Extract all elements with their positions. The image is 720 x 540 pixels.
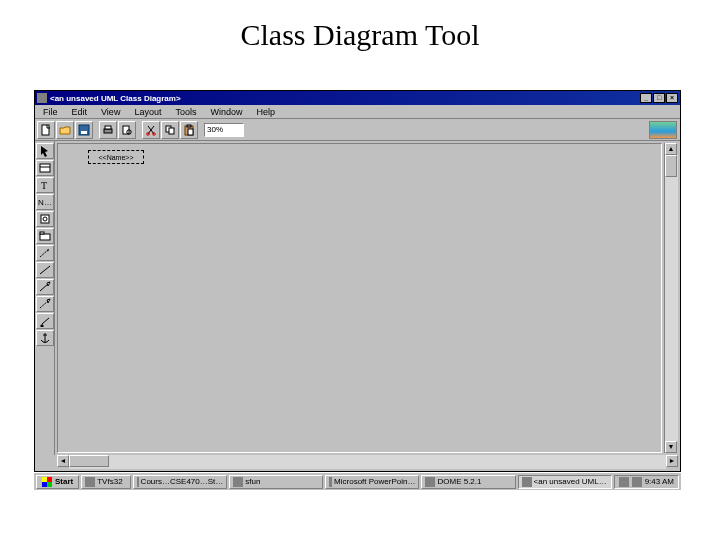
paste-button[interactable] [180, 121, 198, 139]
taskbar-item-4[interactable]: <an unsaved UML… [518, 475, 612, 489]
app-icon [37, 93, 47, 103]
svg-rect-14 [40, 164, 50, 172]
paste-icon [183, 124, 195, 136]
svg-rect-19 [40, 234, 50, 240]
menu-view[interactable]: View [95, 107, 126, 117]
svg-line-22 [40, 266, 50, 274]
menu-layout[interactable]: Layout [128, 107, 167, 117]
task-icon [137, 477, 138, 487]
task-label: sfun [245, 477, 260, 486]
vertical-scrollbar[interactable]: ▲ ▼ [664, 143, 678, 453]
toolbox: T N… [35, 141, 55, 455]
taskbar-item-0[interactable]: Cours…CSE470…St… [133, 475, 227, 489]
tool-anchor[interactable] [36, 330, 54, 346]
tool-note[interactable]: N… [36, 194, 54, 210]
realization-icon [39, 298, 51, 310]
task-label: Microsoft PowerPoin… [334, 477, 415, 486]
start-button[interactable]: Start [36, 475, 79, 489]
print-button[interactable] [99, 121, 117, 139]
diagram-canvas[interactable]: <<Name>> [57, 143, 662, 453]
svg-rect-4 [105, 126, 111, 129]
task-icon [233, 477, 243, 487]
zoom-combo[interactable]: 30% [204, 123, 244, 137]
cut-icon [145, 124, 157, 136]
tool-class[interactable] [36, 160, 54, 176]
menu-edit[interactable]: Edit [66, 107, 94, 117]
menu-window[interactable]: Window [204, 107, 248, 117]
title-bar[interactable]: <an unsaved UML Class Diagram> _ □ × [35, 91, 680, 105]
tool-pointer[interactable] [36, 143, 54, 159]
save-button[interactable] [75, 121, 93, 139]
quicklaunch-icon [85, 477, 95, 487]
tool-dependency[interactable] [36, 245, 54, 261]
copy-button[interactable] [161, 121, 179, 139]
uml-class-object[interactable]: <<Name>> [88, 150, 144, 164]
menu-tools[interactable]: Tools [169, 107, 202, 117]
vscroll-thumb[interactable] [665, 155, 677, 177]
tool-interface[interactable] [36, 211, 54, 227]
task-icon [522, 477, 532, 487]
svg-rect-13 [188, 129, 193, 135]
tool-association[interactable] [36, 262, 54, 278]
scroll-down-button[interactable]: ▼ [665, 441, 677, 453]
hscroll-track[interactable] [69, 455, 666, 469]
quicklaunch-item[interactable]: TVfs32 [81, 475, 131, 489]
svg-rect-12 [187, 125, 191, 127]
task-label: <an unsaved UML… [534, 477, 607, 486]
work-area: T N… <<Name>> ▲ ▼ [35, 141, 680, 455]
hscroll-thumb[interactable] [69, 455, 109, 467]
interface-icon [39, 213, 51, 225]
minimize-button[interactable]: _ [640, 93, 652, 103]
open-button[interactable] [56, 121, 74, 139]
menu-help[interactable]: Help [250, 107, 281, 117]
svg-rect-0 [42, 125, 49, 135]
aggregation-icon [39, 315, 51, 327]
scroll-right-button[interactable]: ► [666, 455, 678, 467]
maximize-button[interactable]: □ [653, 93, 665, 103]
tray-icon[interactable] [632, 477, 642, 487]
slide-title: Class Diagram Tool [0, 18, 720, 52]
print-preview-icon [121, 124, 133, 136]
windows-logo-icon [42, 477, 52, 487]
horizontal-scrollbar[interactable]: ◄ ► [57, 455, 678, 469]
app-window: <an unsaved UML Class Diagram> _ □ × Fil… [34, 90, 681, 472]
taskbar-item-1[interactable]: sfun [229, 475, 323, 489]
print-preview-button[interactable] [118, 121, 136, 139]
svg-text:T: T [41, 180, 47, 191]
system-tray[interactable]: 9:43 AM [614, 475, 679, 489]
new-file-icon [40, 124, 52, 136]
taskbar-item-3[interactable]: DOME 5.2.1 [421, 475, 515, 489]
close-button[interactable]: × [666, 93, 678, 103]
window-title: <an unsaved UML Class Diagram> [50, 94, 640, 103]
svg-line-24 [40, 301, 48, 308]
clock: 9:43 AM [645, 477, 674, 486]
tray-icon[interactable] [619, 477, 629, 487]
svg-rect-2 [81, 131, 87, 134]
class-icon [39, 162, 51, 174]
start-label: Start [55, 477, 73, 486]
menu-file[interactable]: File [37, 107, 64, 117]
copy-icon [164, 124, 176, 136]
vscroll-track[interactable] [665, 155, 678, 441]
tool-realization[interactable] [36, 296, 54, 312]
generalization-icon [39, 281, 51, 293]
quicklaunch-label: TVfs32 [97, 477, 122, 486]
tool-package[interactable] [36, 228, 54, 244]
cut-button[interactable] [142, 121, 160, 139]
new-button[interactable] [37, 121, 55, 139]
svg-rect-17 [41, 215, 49, 223]
taskbar-item-2[interactable]: Microsoft PowerPoin… [325, 475, 419, 489]
text-icon: T [39, 179, 51, 191]
svg-rect-20 [40, 232, 44, 234]
tool-text[interactable]: T [36, 177, 54, 193]
pointer-icon [39, 145, 51, 157]
toolbar: 30% [35, 119, 680, 141]
scroll-left-button[interactable]: ◄ [57, 455, 69, 467]
tool-generalization[interactable] [36, 279, 54, 295]
task-label: DOME 5.2.1 [437, 477, 481, 486]
svg-rect-3 [104, 129, 112, 133]
tool-aggregation[interactable] [36, 313, 54, 329]
svg-line-23 [40, 284, 48, 291]
print-icon [102, 124, 114, 136]
scroll-up-button[interactable]: ▲ [665, 143, 677, 155]
